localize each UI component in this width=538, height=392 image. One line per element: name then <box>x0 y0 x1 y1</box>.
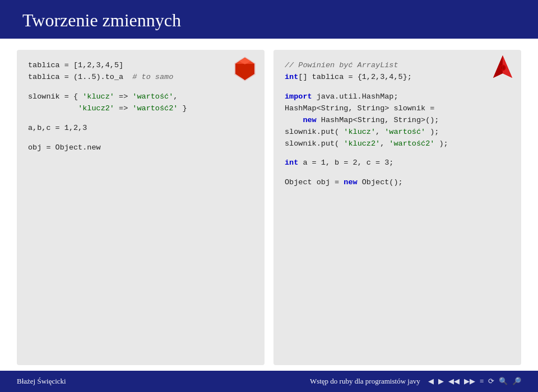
ruby-block2: slownik = { 'klucz' => 'wartość', 'klucz… <box>28 91 253 115</box>
nav-forward-icon[interactable]: ▶ <box>438 377 444 386</box>
nav-next-section-icon[interactable]: ▶▶ <box>464 377 475 386</box>
ruby-panel: tablica = [1,2,3,4,5] tablica = (1..5).t… <box>17 50 265 365</box>
nav-prev-section-icon[interactable]: ◀◀ <box>448 377 460 386</box>
footer-navigation: ◀ ▶ ◀◀ ▶▶ ≡ ⟳ 🔍 🔎 <box>428 377 521 386</box>
slide-title: Tworzenie zmiennych <box>22 10 516 31</box>
java-block1: // Powinien być ArrayList int[] tablica … <box>285 60 510 83</box>
nav-zoom-icon[interactable]: 🔎 <box>512 377 521 386</box>
java-block2: import java.util.HashMap; HashMap<String… <box>285 91 510 150</box>
startrek-logo <box>492 54 513 87</box>
ruby-block3: a,b,c = 1,2,3 <box>28 123 253 134</box>
code-panels: tablica = [1,2,3,4,5] tablica = (1..5).t… <box>17 50 521 365</box>
slide: Tworzenie zmiennych <box>0 0 538 392</box>
ruby-block4: obj = Object.new <box>28 142 253 154</box>
slide-header: Tworzenie zmiennych <box>0 0 538 39</box>
java-block3: int a = 1, b = 2, c = 3; <box>285 157 510 169</box>
content-area: tablica = [1,2,3,4,5] tablica = (1..5).t… <box>0 39 538 371</box>
slide-footer: Błażej Święcicki Wstęp do ruby dla progr… <box>0 371 538 392</box>
nav-back-icon[interactable]: ◀ <box>428 377 434 386</box>
ruby-logo <box>233 55 257 87</box>
nav-refresh-icon[interactable]: ⟳ <box>488 377 494 386</box>
footer-title: Wstęp do ruby dla programistów javy <box>310 377 420 386</box>
java-block4: Object obj = new Object(); <box>285 177 510 189</box>
nav-search-icon[interactable]: 🔍 <box>499 377 508 386</box>
ruby-block1: tablica = [1,2,3,4,5] tablica = (1..5).t… <box>28 60 253 83</box>
nav-menu-icon[interactable]: ≡ <box>480 377 484 386</box>
startrek-icon <box>492 54 513 82</box>
java-panel: // Powinien być ArrayList int[] tablica … <box>273 50 521 365</box>
footer-author: Błażej Święcicki <box>17 377 66 386</box>
ruby-gem-icon <box>233 55 257 82</box>
